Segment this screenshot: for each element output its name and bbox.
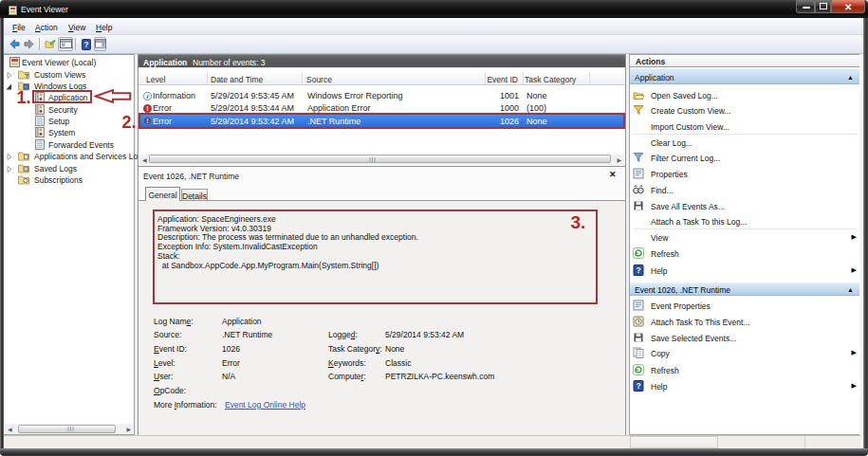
svg-text:?: ? <box>636 265 640 275</box>
svg-text:i: i <box>147 93 149 100</box>
svg-text:?: ? <box>636 381 640 391</box>
svg-text:?: ? <box>83 39 88 48</box>
